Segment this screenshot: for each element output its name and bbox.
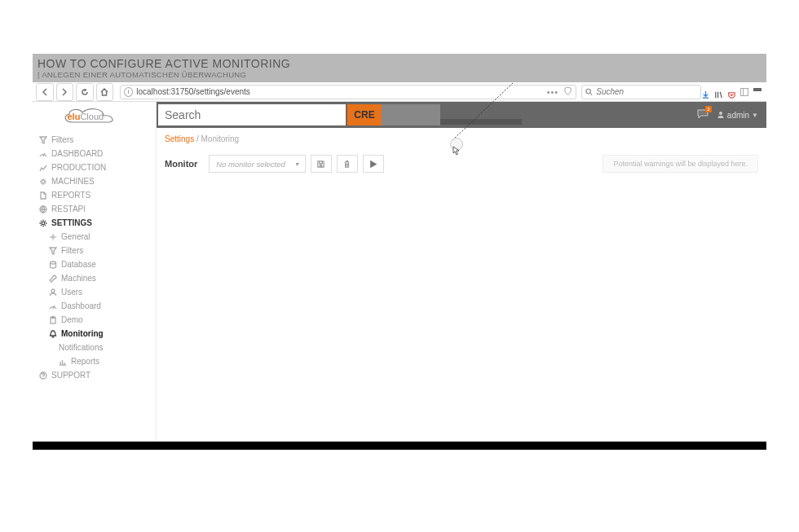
cog-icon — [39, 178, 47, 186]
notif-badge: 2 — [705, 106, 712, 112]
sidebar-item-settings[interactable]: SETTINGS — [33, 216, 156, 230]
address-bar[interactable]: i ••• — [120, 85, 576, 99]
sidebar-toggle-icon[interactable] — [740, 88, 748, 96]
forward-button[interactable] — [56, 83, 74, 101]
gauge-icon — [49, 302, 57, 310]
sidebar-sub-general[interactable]: General — [33, 230, 156, 244]
hamburger-menu-icon[interactable] — [753, 88, 761, 96]
app-topbar: CRE 2 admin ▼ — [157, 102, 766, 128]
sidebar-item-machines[interactable]: MACHINES — [33, 174, 156, 188]
help-icon — [39, 372, 47, 380]
sidebar-item-reports[interactable]: REPORTS — [33, 188, 156, 202]
chevron-down-icon: ▼ — [752, 112, 758, 119]
dropdown-value: No monitor selected — [216, 160, 285, 169]
shield-icon[interactable] — [563, 86, 572, 97]
site-info-icon[interactable]: i — [124, 87, 133, 97]
monitor-toolbar: Monitor No monitor selected ▾ Potential … — [157, 150, 766, 178]
wrench-icon — [49, 275, 57, 283]
sidebar-sub-database[interactable]: Database — [33, 257, 156, 271]
application: eluCloud Filters DASHBOARD PRODUCTION MA… — [33, 102, 766, 442]
sidebar-sub-machines[interactable]: Machines — [33, 271, 156, 285]
chart-icon — [39, 164, 47, 172]
svg-point-5 — [51, 262, 56, 264]
monitor-dropdown[interactable]: No monitor selected ▾ — [209, 155, 305, 173]
sidebar-sub-users[interactable]: Users — [33, 285, 156, 299]
sidebar-item-production[interactable]: PRODUCTION — [33, 160, 156, 174]
svg-point-0 — [586, 89, 590, 93]
page-actions-icon[interactable]: ••• — [547, 87, 559, 97]
gear-icon — [49, 233, 57, 241]
run-button[interactable] — [363, 155, 384, 173]
logo: eluCloud — [33, 103, 156, 130]
cre-badge: CRE — [347, 104, 382, 125]
instruction-banner: HOW TO CONFIGURE ACTIVE MONITORING | ANL… — [33, 54, 766, 82]
chevron-down-icon: ▾ — [295, 160, 298, 168]
browser-search-input[interactable] — [596, 87, 697, 96]
banner-subtitle: | ANLEGEN EINER AUTOMATISCHEN ÜBERWACHUN… — [38, 70, 761, 79]
sidebar-sub2-reports[interactable]: Reports — [33, 354, 156, 368]
delete-button[interactable] — [337, 155, 358, 173]
svg-point-4 — [52, 235, 55, 238]
grey-segment — [382, 104, 440, 125]
database-icon — [49, 261, 57, 269]
clipboard-icon — [49, 316, 57, 324]
warnings-placeholder: Potential warnings will be displayed her… — [603, 155, 758, 173]
app-search-input[interactable] — [165, 108, 339, 121]
globe-icon — [39, 205, 47, 213]
user-menu[interactable]: admin ▼ — [717, 111, 758, 120]
crumb-separator: / — [196, 134, 199, 143]
dark-strip — [440, 119, 522, 125]
sidebar-sub-filters[interactable]: Filters — [33, 244, 156, 257]
logo-text: eluCloud — [68, 112, 104, 121]
gauge-icon — [39, 150, 47, 158]
sidebar-sub-demo[interactable]: Demo — [33, 313, 156, 327]
svg-point-10 — [719, 112, 722, 115]
breadcrumb: Settings / Monitoring — [157, 128, 766, 150]
file-icon — [39, 191, 47, 200]
sidebar-sub2-notifications[interactable]: Notifications — [33, 341, 156, 354]
save-button[interactable] — [311, 155, 332, 173]
url-input[interactable] — [136, 87, 543, 96]
sidebar-sub-monitoring[interactable]: Monitoring — [33, 327, 156, 341]
pocket-icon[interactable] — [727, 88, 735, 96]
svg-point-1 — [42, 180, 45, 183]
app-search[interactable] — [158, 104, 346, 125]
main-content: CRE 2 admin ▼ Settings / Monitoring Mo — [157, 102, 766, 442]
library-icon[interactable] — [714, 88, 722, 96]
banner-title: HOW TO CONFIGURE ACTIVE MONITORING — [38, 57, 761, 70]
messages-icon[interactable]: 2 — [697, 108, 709, 121]
bell-icon — [49, 330, 57, 338]
sidebar-item-support[interactable]: SUPPORT — [33, 368, 156, 382]
monitor-label: Monitor — [165, 159, 197, 169]
user-icon — [717, 111, 725, 119]
svg-point-3 — [42, 222, 45, 225]
browser-chrome: i ••• — [33, 82, 766, 102]
chart-icon — [59, 358, 67, 366]
downloads-icon[interactable] — [701, 88, 709, 96]
filter-icon — [49, 247, 57, 255]
back-button[interactable] — [36, 83, 54, 101]
browser-search[interactable] — [581, 85, 701, 99]
video-bottom-bar — [33, 442, 766, 450]
reload-button[interactable] — [76, 83, 94, 101]
user-name: admin — [727, 111, 749, 120]
filter-icon — [39, 136, 47, 144]
sidebar-item-filters[interactable]: Filters — [33, 133, 156, 147]
crumb-settings[interactable]: Settings — [165, 134, 194, 143]
sidebar-item-restapi[interactable]: RESTAPI — [33, 202, 156, 216]
sidebar-sub-dashboard[interactable]: Dashboard — [33, 299, 156, 313]
user-icon — [49, 288, 57, 297]
search-icon — [585, 88, 593, 96]
svg-point-6 — [51, 289, 55, 292]
sidebar-item-dashboard[interactable]: DASHBOARD — [33, 147, 156, 160]
gear-icon — [39, 219, 47, 227]
home-button[interactable] — [96, 83, 114, 101]
sidebar: eluCloud Filters DASHBOARD PRODUCTION MA… — [33, 102, 157, 442]
crumb-monitoring: Monitoring — [201, 134, 239, 143]
